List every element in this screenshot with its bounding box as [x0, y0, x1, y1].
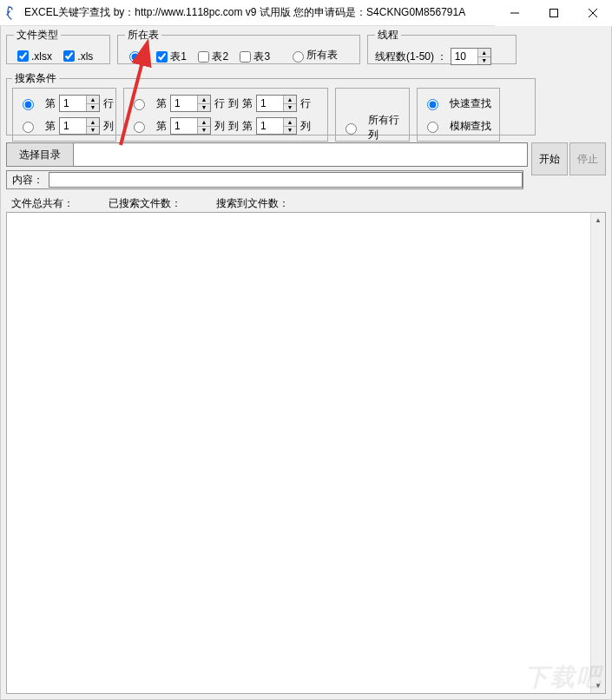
scroll-down-icon[interactable]: ▼: [591, 678, 605, 693]
threads-spinner[interactable]: ▲▼: [451, 48, 491, 65]
scrollbar[interactable]: ▲ ▼: [590, 213, 605, 693]
scroll-up-icon[interactable]: ▲: [591, 213, 605, 228]
start-button[interactable]: 开始: [531, 142, 568, 175]
spin-down-icon[interactable]: ▼: [478, 57, 490, 65]
content-row: 内容：: [6, 170, 523, 189]
minimize-button[interactable]: [495, 0, 534, 26]
group-threads: 线程 线程数(1-50) ： ▲▼: [367, 28, 517, 64]
threads-label: 线程数(1-50) ：: [375, 50, 447, 63]
content-label: 内容：: [7, 173, 49, 188]
row-range-to-spinner[interactable]: ▲▼: [256, 95, 297, 112]
radio-fuzzy-search[interactable]: [423, 119, 441, 133]
content-input[interactable]: [49, 172, 523, 188]
status-searched: 已搜索文件数：: [109, 196, 181, 211]
svg-rect-1: [549, 10, 557, 17]
maximize-button[interactable]: [534, 0, 573, 26]
cond-mode-box: 快速查找 模糊查找: [417, 88, 500, 142]
stop-button[interactable]: 停止: [569, 142, 606, 175]
checkbox-sheet2[interactable]: 表2: [194, 49, 228, 65]
spin-up-icon[interactable]: ▲: [478, 49, 490, 57]
radio-all-cols[interactable]: [341, 121, 359, 135]
window-buttons: [495, 0, 612, 25]
window-title: EXCEL关键字查找 by：http://www.1118pc.com v9 试…: [24, 5, 495, 20]
group-threads-legend: 线程: [375, 28, 401, 43]
choose-dir-button[interactable]: 选择目录: [6, 142, 74, 167]
threads-input[interactable]: [451, 49, 477, 64]
cond-allcols-box: 所有行列: [335, 88, 410, 142]
group-search-cond: 搜索条件 第 ▲▼ 行 第 ▲▼ 列: [6, 71, 536, 135]
radio-col-range[interactable]: [129, 119, 148, 133]
radio-sheet-specify[interactable]: [125, 49, 143, 63]
row-range-from-spinner[interactable]: ▲▼: [170, 95, 211, 112]
group-filetype-legend: 文件类型: [14, 28, 61, 43]
radio-row-range[interactable]: [129, 96, 148, 110]
col-range-to-spinner[interactable]: ▲▼: [256, 117, 297, 135]
cond-mid-box: 第 ▲▼ 行 到 第 ▲▼ 行 第 ▲▼ 列 到 第 ▲▼ 列: [123, 88, 328, 142]
close-button[interactable]: [573, 0, 612, 26]
radio-fast-search[interactable]: [423, 96, 441, 110]
status-total: 文件总共有：: [11, 196, 74, 211]
titlebar: EXCEL关键字查找 by：http://www.1118pc.com v9 试…: [0, 0, 612, 26]
row-single-spinner[interactable]: ▲▼: [59, 95, 100, 112]
status-found: 搜索到文件数：: [216, 196, 289, 211]
client-area: 文件类型 .xlsx .xls 所在表 表1 表2 表3 所有表 线程 线程数(…: [0, 26, 612, 700]
cond-left-box: 第 ▲▼ 行 第 ▲▼ 列: [12, 88, 116, 142]
results-pane[interactable]: ▲ ▼: [6, 212, 606, 694]
checkbox-sheet1[interactable]: 表1: [153, 49, 187, 65]
group-sheet-legend: 所在表: [125, 28, 161, 43]
col-range-from-spinner[interactable]: ▲▼: [170, 117, 211, 135]
group-search-cond-legend: 搜索条件: [12, 71, 59, 86]
col-single-spinner[interactable]: ▲▼: [59, 117, 100, 135]
app-icon: [5, 6, 19, 20]
checkbox-xls[interactable]: .xls: [60, 48, 93, 64]
dir-path-input[interactable]: [74, 142, 528, 167]
checkbox-sheet3[interactable]: 表3: [236, 49, 270, 65]
checkbox-xlsx[interactable]: .xlsx: [14, 48, 52, 64]
group-filetype: 文件类型 .xlsx .xls: [6, 28, 110, 64]
group-sheet: 所在表 表1 表2 表3 所有表: [117, 28, 360, 64]
radio-sheet-all[interactable]: 所有表: [288, 48, 338, 63]
radio-col-single[interactable]: [18, 119, 36, 133]
radio-row-single[interactable]: [18, 96, 36, 110]
